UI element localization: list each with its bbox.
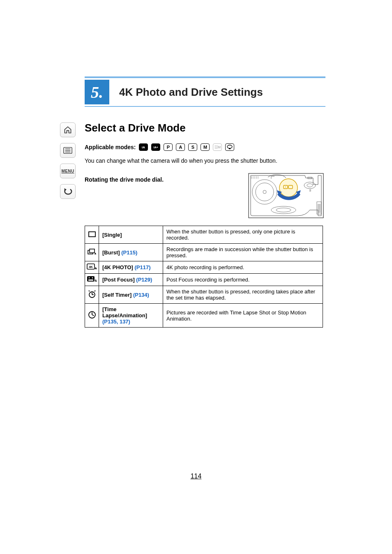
page-link[interactable]: (P115) <box>121 249 137 256</box>
chapter-title: 4K Photo and Drive Settings <box>119 86 263 99</box>
mode-ia-icon: iA <box>139 143 148 151</box>
home-icon[interactable] <box>60 122 76 137</box>
svg-text:iA+: iA+ <box>154 146 158 149</box>
single-icon <box>85 226 99 244</box>
svg-text:4K: 4K <box>88 265 92 269</box>
svg-text:iA: iA <box>142 145 145 149</box>
svg-line-28 <box>92 315 94 316</box>
table-row: [Single] When the shutter button is pres… <box>85 226 323 244</box>
page-number[interactable]: 114 <box>0 473 392 480</box>
table-row: [Time Lapse/Animation] (P135, 137) Pictu… <box>85 304 323 328</box>
mode-label: [Post Focus] (P129) <box>99 274 163 286</box>
mode-ia-plus-icon: iA+ <box>151 143 160 151</box>
chapter-number: 5. <box>85 80 109 104</box>
page-link[interactable]: (P134) <box>133 292 149 298</box>
svg-text:60: 60 <box>309 189 311 192</box>
mode-desc: Post Focus recording is performed. <box>163 274 323 286</box>
table-row: [Post Focus] (P129) Post Focus recording… <box>85 274 323 286</box>
mode-label: [Single] <box>99 226 163 244</box>
mode-movie-icon: ☳M <box>213 143 222 151</box>
svg-rect-20 <box>88 279 93 281</box>
side-nav: MENU <box>60 122 76 205</box>
mode-desc: 4K photo recording is performed. <box>163 261 323 274</box>
mode-s-icon: S <box>188 143 197 151</box>
svg-point-45 <box>285 187 286 187</box>
intro-text: You can change what the camera will do w… <box>85 157 323 164</box>
table-row: [Self Timer] (P134) When the shutter but… <box>85 286 323 304</box>
mode-label: [Self Timer] (P134) <box>99 286 163 304</box>
mode-label: [Time Lapse/Animation] (P135, 137) <box>99 304 163 328</box>
toc-icon[interactable] <box>60 143 76 158</box>
chapter-header: 5. 4K Photo and Drive Settings <box>85 76 325 107</box>
mode-desc: Recordings are made in succession while … <box>163 244 323 261</box>
page-link[interactable]: (P129) <box>136 277 152 283</box>
mode-p-icon: P <box>164 143 173 151</box>
svg-rect-12 <box>90 249 95 253</box>
svg-point-8 <box>227 145 232 148</box>
mode-m-icon: M <box>201 143 210 151</box>
table-row: 4K [4K PHOTO] (P117) 4K photo recording … <box>85 261 323 274</box>
mode-a-icon: A <box>176 143 185 151</box>
drive-mode-table: [Single] When the shutter button is pres… <box>85 226 323 328</box>
page-title: Select a Drive Mode <box>85 122 323 134</box>
mode-label: [4K PHOTO] (P117) <box>99 261 163 274</box>
mode-desc: When the shutter button is pressed, reco… <box>163 286 323 304</box>
mode-label: [Burst] (P115) <box>99 244 163 261</box>
table-row: [Burst] (P115) Recordings are made in su… <box>85 244 323 261</box>
selftimer-icon <box>85 286 99 304</box>
burst-icon <box>85 244 99 261</box>
mode-scene-icon <box>225 143 234 151</box>
back-icon[interactable] <box>60 184 76 199</box>
camera-dial-diagram: 60 <box>248 173 324 218</box>
postfocus-icon <box>85 274 99 286</box>
mode-desc: Pictures are recorded with Time Lapse Sh… <box>163 304 323 328</box>
applicable-modes: Applicable modes: iA iA+ P A S M ☳M <box>85 143 323 151</box>
4k-icon: 4K <box>85 261 99 274</box>
page-link[interactable]: (P117) <box>135 264 151 270</box>
mode-desc: When the shutter button is pressed, only… <box>163 226 323 244</box>
page-link[interactable]: (P135, 137) <box>102 319 130 325</box>
svg-rect-10 <box>89 232 95 237</box>
menu-button[interactable]: MENU <box>60 164 76 178</box>
svg-rect-9 <box>229 148 231 149</box>
applicable-modes-label: Applicable modes: <box>85 144 136 150</box>
svg-rect-19 <box>87 276 95 282</box>
timelapse-icon <box>85 304 99 328</box>
